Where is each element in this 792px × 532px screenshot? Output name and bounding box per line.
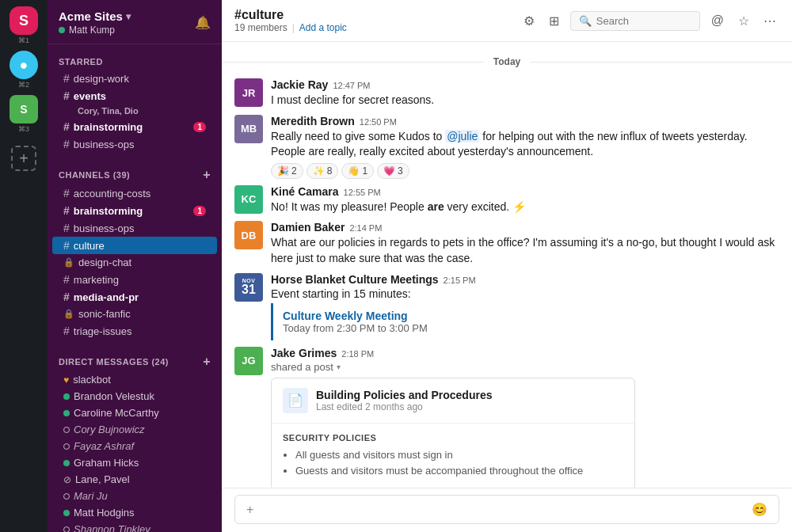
message-text-4: What are our policies in regards to pets…: [271, 235, 779, 266]
sidebar-item-events[interactable]: # events Cory, Tina, Dio: [52, 87, 217, 118]
star-icon-button[interactable]: ☆: [735, 10, 752, 32]
sidebar-item-business-ops-label: business-ops: [74, 139, 135, 150]
app-icon-2-wrapper[interactable]: ● ⌘2: [10, 51, 38, 89]
sidebar-item-marketing[interactable]: # marketing: [52, 271, 217, 288]
sidebar-dm-caroline[interactable]: Caroline McCarthy: [52, 405, 217, 421]
main-content: #culture 19 members | Add a topic ⚙ ⊞ 🔍 …: [222, 0, 792, 532]
sidebar-dm-shannon[interactable]: Shannon Tinkley: [52, 521, 217, 532]
sidebar-dm-slackbot[interactable]: ♥ slackbot: [52, 371, 217, 388]
reactions-2: 🎉 2 ✨ 8 👋 1 💗 3: [271, 163, 779, 179]
add-channel-button[interactable]: +: [203, 169, 211, 181]
at-icon: @: [711, 13, 724, 28]
message-text-2: Really need to give some Kudos to @julie…: [271, 129, 779, 160]
sidebar-item-sonic-fanfic[interactable]: 🔒 sonic-fanfic: [52, 306, 217, 322]
avatar-kine: KC: [234, 185, 263, 214]
sidebar-dm-lane[interactable]: ⊘ Lane, Pavel: [52, 471, 217, 488]
sidebar-item-brainstorming[interactable]: # brainstorming 1: [52, 202, 217, 219]
avatar-damien1: DB: [234, 221, 263, 249]
add-topic-link[interactable]: Add a topic: [299, 22, 347, 33]
sidebar-item-accounting-costs[interactable]: # accounting-costs: [52, 184, 217, 202]
timestamp-5: 2:15 PM: [444, 276, 476, 285]
reaction-heart[interactable]: 💗 3: [377, 163, 409, 179]
sidebar-item-triage-issues[interactable]: # triage-issues: [52, 322, 217, 340]
columns-icon: ⊞: [549, 13, 559, 28]
search-input[interactable]: [596, 15, 691, 27]
more-icon-button[interactable]: ⋯: [760, 10, 779, 32]
shared-text: shared a post: [271, 361, 333, 373]
sidebar-item-business-ops[interactable]: # business-ops: [52, 219, 217, 237]
sidebar-item-media-and-pr[interactable]: # media-and-pr: [52, 288, 217, 306]
channel-meta: 19 members | Add a topic: [234, 22, 347, 33]
sidebar-dm-brandon[interactable]: Brandon Velestuk: [52, 388, 217, 405]
online-dot-graham: [63, 460, 70, 466]
message-3: KC Kiné Camara 12:55 PM No! It was my pl…: [222, 182, 792, 218]
avatar-calendar: NOV 31: [234, 273, 263, 302]
message-header-3: Kiné Camara 12:55 PM: [271, 185, 779, 198]
shared-indicator: shared a post ▾: [271, 361, 779, 373]
sender-kine: Kiné Camara: [271, 185, 339, 198]
dropdown-arrow-icon[interactable]: ▾: [337, 363, 341, 371]
event-title[interactable]: Culture Weekly Meeting: [283, 310, 770, 322]
app-icon-2[interactable]: ●: [10, 51, 38, 79]
sidebar-item-business-ops-starred[interactable]: # business-ops: [52, 135, 217, 153]
layout-icon-button[interactable]: ⊞: [546, 10, 562, 32]
post-card-list: All guests and visitors must sign in Gue…: [283, 447, 623, 481]
channel-business-ops-label: business-ops: [74, 222, 135, 234]
plus-icon: +: [246, 503, 253, 516]
emoji-button[interactable]: 😊: [748, 500, 771, 519]
lock-icon-design: 🔒: [63, 257, 74, 268]
app-icon-3[interactable]: S: [10, 95, 38, 124]
post-card-title: Building Policies and Procedures: [316, 389, 493, 401]
add-dm-button[interactable]: +: [203, 355, 211, 368]
at-icon-button[interactable]: @: [708, 10, 727, 31]
channel-triage-issues-label: triage-issues: [74, 325, 132, 337]
dm-section: DIRECT MESSAGES (24) + ♥ slackbot Brando…: [48, 343, 222, 532]
add-workspace-button[interactable]: +: [11, 146, 36, 171]
app-icon-slack[interactable]: S: [10, 6, 38, 35]
reaction-wave[interactable]: 👋 1: [341, 163, 374, 179]
lock-icon-sonic: 🔒: [63, 309, 74, 319]
message-header-4: Damien Baker 2:14 PM: [271, 221, 779, 234]
attach-button[interactable]: +: [243, 501, 257, 519]
channel-brainstorming-label: brainstorming: [74, 205, 143, 217]
sidebar-item-design-work[interactable]: # design-work: [52, 70, 217, 87]
event-card: Culture Weekly Meeting Today from 2:30 P…: [271, 303, 779, 340]
message-body-6: Jake Grimes 2:18 PM shared a post ▾ 📄 Bu…: [271, 347, 779, 488]
notification-bell-icon[interactable]: 🔔: [195, 15, 211, 30]
message-body-5: Horse Blanket Culture Meetings 2:15 PM E…: [271, 273, 779, 340]
app-icon-1-wrapper[interactable]: S ⌘1: [10, 6, 38, 44]
message-body-1: Jackie Ray 12:47 PM I must decline for s…: [271, 78, 779, 108]
app-icon-1-label: ⌘1: [18, 36, 29, 44]
dm-mari-label: Mari Ju: [74, 490, 108, 502]
sidebar-item-culture[interactable]: # culture: [52, 237, 217, 254]
hash-icon-events: #: [63, 89, 70, 102]
message-input[interactable]: [263, 504, 742, 516]
dm-lane-label: Lane, Pavel: [75, 473, 130, 485]
sidebar-item-brainstorming-starred[interactable]: # brainstorming 1: [52, 118, 217, 135]
sidebar-dm-cory[interactable]: Cory Bujnowicz: [52, 421, 217, 438]
more-icon: ⋯: [763, 13, 776, 28]
sidebar-dm-mari[interactable]: Mari Ju: [52, 488, 217, 504]
messages-area: Today JR Jackie Ray 12:47 PM I must decl…: [222, 42, 792, 488]
snooze-icon-lane: ⊘: [63, 474, 71, 485]
sidebar-dm-graham[interactable]: Graham Hicks: [52, 454, 217, 471]
message-header-6: Jake Grimes 2:18 PM: [271, 347, 779, 359]
slackbot-icon: ♥: [63, 374, 69, 386]
sender-damien1: Damien Baker: [271, 221, 345, 234]
app-icon-3-wrapper[interactable]: S ⌘3: [10, 95, 38, 133]
post-card[interactable]: 📄 Building Policies and Procedures Last …: [271, 378, 635, 488]
timestamp-2: 12:50 PM: [360, 117, 397, 127]
reaction-party[interactable]: 🎉 2: [271, 163, 303, 179]
reaction-sparkle[interactable]: ✨ 8: [307, 163, 339, 179]
sidebar-item-design-chat[interactable]: 🔒 design-chat: [52, 254, 217, 271]
avatar-initials-damien1: DB: [242, 230, 257, 241]
message-body-2: Meredith Brown 12:50 PM Really need to g…: [271, 115, 779, 179]
sidebar-dm-matt[interactable]: Matt Hodgins: [52, 504, 217, 521]
workspace-name[interactable]: Acme Sites ▾: [59, 10, 131, 23]
brainstorming-badge-2: 1: [193, 206, 206, 216]
dm-brandon-label: Brandon Velestuk: [74, 390, 154, 402]
sidebar-dm-fayaz[interactable]: Fayaz Ashraf: [52, 438, 217, 454]
settings-icon-button[interactable]: ⚙: [520, 10, 538, 32]
channel-sonic-fanfic-label: sonic-fanfic: [78, 308, 131, 320]
avatar-initials-meredith: MB: [241, 123, 257, 135]
